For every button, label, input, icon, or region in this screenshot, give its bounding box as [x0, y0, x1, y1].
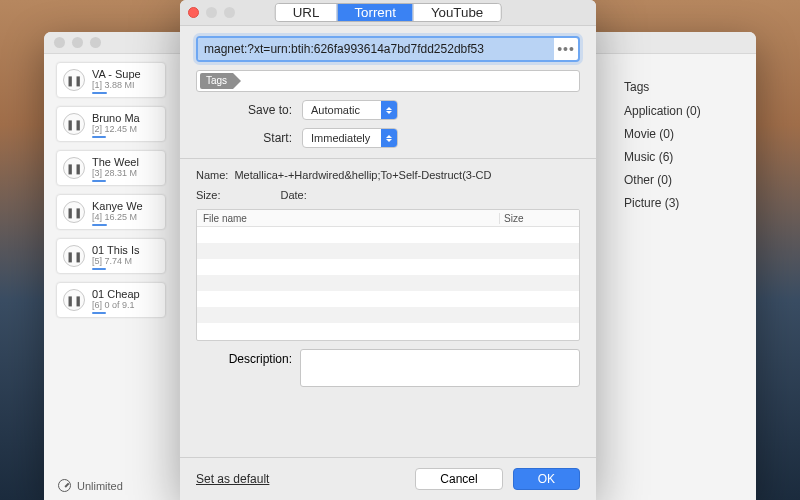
tag-item[interactable]: Movie (0): [624, 127, 742, 141]
save-to-label: Save to:: [196, 103, 292, 117]
tag-item[interactable]: Music (6): [624, 150, 742, 164]
minimize-icon: [206, 7, 217, 18]
url-field-wrapper: •••: [196, 36, 580, 62]
speed-gauge-icon: [58, 479, 71, 492]
table-row: [197, 307, 579, 323]
downloads-list: ❚❚VA - Supe[1] 3.88 MI❚❚Bruno Ma[2] 12.4…: [44, 54, 170, 500]
date-label: Date:: [280, 189, 306, 201]
status-text: Unlimited: [77, 480, 123, 492]
table-row: [197, 243, 579, 259]
download-sub: [1] 3.88 MI: [92, 80, 141, 90]
download-title: The Weel: [92, 156, 139, 168]
url-input[interactable]: [198, 38, 554, 60]
name-label: Name:: [196, 169, 228, 181]
tags-chip: Tags: [200, 73, 233, 89]
zoom-icon: [224, 7, 235, 18]
sheet-footer: Set as default Cancel OK: [180, 457, 596, 500]
col-size[interactable]: Size: [499, 213, 579, 224]
pause-icon[interactable]: ❚❚: [63, 289, 85, 311]
table-row: [197, 259, 579, 275]
download-card[interactable]: ❚❚Kanye We[4] 16.25 M: [56, 194, 166, 230]
tag-item[interactable]: Other (0): [624, 173, 742, 187]
tag-item[interactable]: Application (0): [624, 104, 742, 118]
source-tabs: URL Torrent YouTube: [275, 3, 502, 22]
download-sub: [4] 16.25 M: [92, 212, 143, 222]
name-value: Metallica+-+Hardwired&hellip;To+Self-Des…: [234, 169, 491, 181]
file-list-body: [197, 227, 579, 340]
tab-youtube[interactable]: YouTube: [413, 4, 500, 21]
sheet-titlebar: URL Torrent YouTube: [180, 0, 596, 26]
download-card[interactable]: ❚❚01 Cheap[6] 0 of 9.1: [56, 282, 166, 318]
traffic-max-icon[interactable]: [90, 37, 101, 48]
start-label: Start:: [196, 131, 292, 145]
pause-icon[interactable]: ❚❚: [63, 69, 85, 91]
download-sub: [3] 28.31 M: [92, 168, 139, 178]
progress-bar: [92, 136, 106, 138]
chevron-updown-icon: [381, 129, 397, 147]
download-title: Bruno Ma: [92, 112, 140, 124]
download-card[interactable]: ❚❚Bruno Ma[2] 12.45 M: [56, 106, 166, 142]
download-title: 01 Cheap: [92, 288, 140, 300]
start-select[interactable]: Immediately: [302, 128, 398, 148]
url-more-button[interactable]: •••: [554, 41, 578, 57]
cancel-button[interactable]: Cancel: [415, 468, 502, 490]
progress-bar: [92, 224, 107, 226]
traffic-close-icon[interactable]: [54, 37, 65, 48]
col-file-name[interactable]: File name: [197, 213, 499, 224]
pause-icon[interactable]: ❚❚: [63, 113, 85, 135]
tags-header: Tags: [624, 80, 742, 94]
download-card[interactable]: ❚❚The Weel[3] 28.31 M: [56, 150, 166, 186]
download-sub: [6] 0 of 9.1: [92, 300, 140, 310]
download-sub: [2] 12.45 M: [92, 124, 140, 134]
download-title: Kanye We: [92, 200, 143, 212]
pause-icon[interactable]: ❚❚: [63, 201, 85, 223]
progress-bar: [92, 92, 107, 94]
close-icon[interactable]: [188, 7, 199, 18]
tags-input[interactable]: Tags: [196, 70, 580, 92]
tab-torrent[interactable]: Torrent: [336, 4, 412, 21]
divider: [180, 158, 596, 159]
download-title: VA - Supe: [92, 68, 141, 80]
table-row: [197, 227, 579, 243]
save-to-select[interactable]: Automatic: [302, 100, 398, 120]
table-row: [197, 323, 579, 339]
traffic-min-icon[interactable]: [72, 37, 83, 48]
progress-bar: [92, 180, 106, 182]
start-value: Immediately: [303, 132, 381, 144]
table-row: [197, 291, 579, 307]
status-bar: Unlimited: [58, 479, 123, 492]
tab-url[interactable]: URL: [276, 4, 337, 21]
set-default-link[interactable]: Set as default: [196, 472, 269, 486]
tag-item[interactable]: Picture (3): [624, 196, 742, 210]
file-list-table: File name Size: [196, 209, 580, 341]
download-card[interactable]: ❚❚VA - Supe[1] 3.88 MI: [56, 62, 166, 98]
download-sub: [5] 7.74 M: [92, 256, 140, 266]
table-row: [197, 275, 579, 291]
progress-bar: [92, 312, 106, 314]
pause-icon[interactable]: ❚❚: [63, 157, 85, 179]
download-card[interactable]: ❚❚01 This Is[5] 7.74 M: [56, 238, 166, 274]
size-label: Size:: [196, 189, 220, 201]
pause-icon[interactable]: ❚❚: [63, 245, 85, 267]
description-label: Description:: [196, 349, 292, 366]
progress-bar: [92, 268, 106, 270]
download-title: 01 This Is: [92, 244, 140, 256]
ok-button[interactable]: OK: [513, 468, 580, 490]
chevron-updown-icon: [381, 101, 397, 119]
description-input[interactable]: [300, 349, 580, 387]
save-to-value: Automatic: [303, 104, 381, 116]
add-download-sheet: URL Torrent YouTube ••• Tags Save to: Au…: [180, 0, 596, 500]
tags-sidebar: Tags Application (0)Movie (0)Music (6)Ot…: [624, 80, 742, 219]
